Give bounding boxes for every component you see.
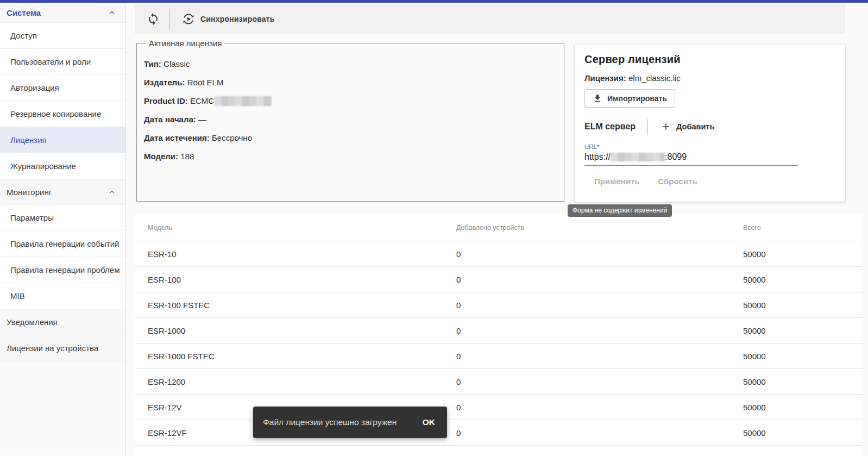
cell-added: 0: [456, 352, 743, 361]
cell-model: ESR-100 FSTEC: [135, 301, 456, 310]
license-file-line: Лицензия: elm_classic.lic: [584, 73, 835, 83]
table-row: ESR-1000 FSTEC 0 50000: [135, 343, 863, 369]
sidebar-item-label: Пользователи и роли: [10, 57, 91, 66]
sidebar-item-users-roles[interactable]: Пользователи и роли: [0, 49, 125, 75]
license-server-card: Сервер лицензий Лицензия: elm_classic.li…: [575, 45, 845, 202]
table-row: ESR-1000 0 50000: [135, 318, 863, 343]
sidebar-item-label: Резервное копирование: [10, 109, 101, 118]
synchronize-button[interactable]: Синхронизировать: [182, 13, 275, 26]
elm-divider: [647, 118, 648, 135]
form-actions: Применить Сбросить: [590, 173, 835, 189]
active-license-panel: Активная лицензия Тип: Classic Издатель:…: [136, 39, 564, 202]
toolbar: Синхронизировать: [135, 4, 845, 34]
sidebar-item-parameters[interactable]: Параметры: [0, 205, 125, 231]
cell-model: ESR-1000 FSTEC: [135, 352, 456, 361]
sidebar-filler: [0, 361, 125, 455]
sidebar-item-label: Правила генерации проблем: [10, 265, 120, 274]
synchronize-label: Синхронизировать: [200, 15, 275, 23]
license-field-type: Тип: Classic: [144, 59, 564, 70]
sidebar-item-label: Уведомления: [7, 317, 58, 327]
download-icon: [593, 93, 602, 103]
table-row: ESR-100 FSTEC 0 50000: [135, 292, 863, 318]
cell-total: 50000: [743, 249, 863, 259]
cell-total: 50000: [743, 352, 863, 361]
license-server-title: Сервер лицензий: [584, 53, 835, 66]
column-header-model: Модель: [135, 224, 456, 232]
table-row: ESR-1200 0 50000: [135, 369, 863, 395]
sidebar-item-label: Лицензии на устройства: [7, 343, 98, 353]
cell-total: 50000: [743, 275, 863, 284]
cell-total: 50000: [743, 377, 863, 386]
cell-total: 50000: [743, 403, 863, 412]
elm-server-row: ELM сервер Добавить: [584, 118, 835, 135]
sidebar-item-device-licenses[interactable]: Лицензии на устройства: [0, 335, 125, 361]
apply-button[interactable]: Применить: [590, 173, 644, 189]
sidebar-item-mib[interactable]: MIB: [0, 283, 125, 309]
refresh-button[interactable]: [147, 13, 160, 26]
cell-added: 0: [456, 275, 743, 284]
sidebar-item-label: Правила генерации событий: [10, 239, 119, 248]
sidebar-item-authorization[interactable]: Авторизация: [0, 75, 125, 101]
chevron-up-icon: [108, 9, 116, 16]
import-button-label: Импортировать: [607, 94, 667, 103]
cell-added: 0: [456, 403, 743, 412]
sidebar-item-label: Авторизация: [10, 83, 59, 92]
table-row: ESR-12VF 0 50000: [135, 420, 863, 446]
sync-play-icon: [182, 13, 195, 26]
url-input-value: https://:8099: [584, 152, 798, 162]
license-field-start-date: Дата начала: —: [144, 114, 564, 125]
sidebar: Система Доступ Пользователи и роли Автор…: [0, 3, 126, 456]
sidebar-item-logging[interactable]: Журналирование: [0, 153, 125, 179]
sidebar-item-problem-rules[interactable]: Правила генерации проблем: [0, 257, 125, 283]
add-button-label: Добавить: [676, 122, 714, 131]
top-accent-bar: [0, 0, 868, 3]
license-field-product-id: Product ID: ECMC: [144, 96, 564, 107]
sidebar-item-access[interactable]: Доступ: [0, 23, 125, 49]
sidebar-item-label: Параметры: [10, 213, 54, 222]
import-button[interactable]: Импортировать: [584, 89, 675, 108]
sidebar-item-event-rules[interactable]: Правила генерации событий: [0, 231, 125, 257]
sidebar-group-system[interactable]: Система: [0, 3, 125, 23]
cell-added: 0: [456, 249, 743, 259]
cell-total: 50000: [743, 301, 863, 310]
cell-added: 0: [456, 428, 743, 438]
sidebar-group-label: Мониторинг: [7, 188, 52, 197]
snackbar-message: Файл лицензии успешно загружен: [263, 417, 397, 427]
license-field-models: Модели: 188: [144, 151, 564, 162]
redacted-product-id: [214, 96, 272, 106]
toolbar-divider: [169, 9, 170, 29]
chevron-up-icon: [108, 188, 116, 196]
cell-added: 0: [456, 301, 743, 310]
refresh-icon: [147, 13, 160, 26]
cell-added: 0: [456, 326, 743, 335]
sidebar-item-license[interactable]: Лицензия: [0, 127, 125, 153]
table-row: ESR-12V 0 50000: [135, 395, 863, 420]
sidebar-item-notifications[interactable]: Уведомления: [0, 309, 125, 335]
sidebar-item-backup[interactable]: Резервное копирование: [0, 101, 125, 127]
cell-model: ESR-10: [135, 249, 456, 259]
snackbar-ok-button[interactable]: OK: [422, 415, 436, 429]
license-field-publisher: Издатель: Root ELM: [144, 77, 564, 88]
column-header-added: Добавлено устройств: [456, 224, 743, 232]
cell-model: ESR-1200: [135, 377, 456, 386]
url-input-label: URL*: [584, 143, 798, 150]
sidebar-item-label: Журналирование: [10, 161, 76, 171]
models-table: Модель Добавлено устройств Всего ESR-10 …: [135, 214, 863, 456]
snackbar: Файл лицензии успешно загружен OK: [253, 407, 447, 438]
redacted-url-host: [611, 153, 665, 161]
cell-total: 50000: [743, 326, 863, 335]
table-header-row: Модель Добавлено устройств Всего: [135, 214, 863, 241]
sidebar-group-label: Система: [7, 8, 41, 17]
cell-model: ESR-1000: [135, 326, 456, 335]
cell-total: 50000: [743, 428, 863, 438]
reset-button[interactable]: Сбросить: [653, 173, 701, 189]
elm-server-label: ELM сервер: [584, 122, 636, 132]
sidebar-group-monitoring[interactable]: Мониторинг: [0, 179, 125, 205]
url-input[interactable]: URL* https://:8099: [584, 143, 798, 166]
add-server-button[interactable]: Добавить: [661, 122, 714, 132]
plus-icon: [661, 122, 671, 132]
license-field-expiry-date: Дата истечения: Бессрочно: [144, 133, 564, 143]
sidebar-item-label: Лицензия: [10, 135, 47, 145]
sidebar-item-label: MIB: [10, 291, 25, 301]
column-header-total: Всего: [743, 224, 863, 232]
